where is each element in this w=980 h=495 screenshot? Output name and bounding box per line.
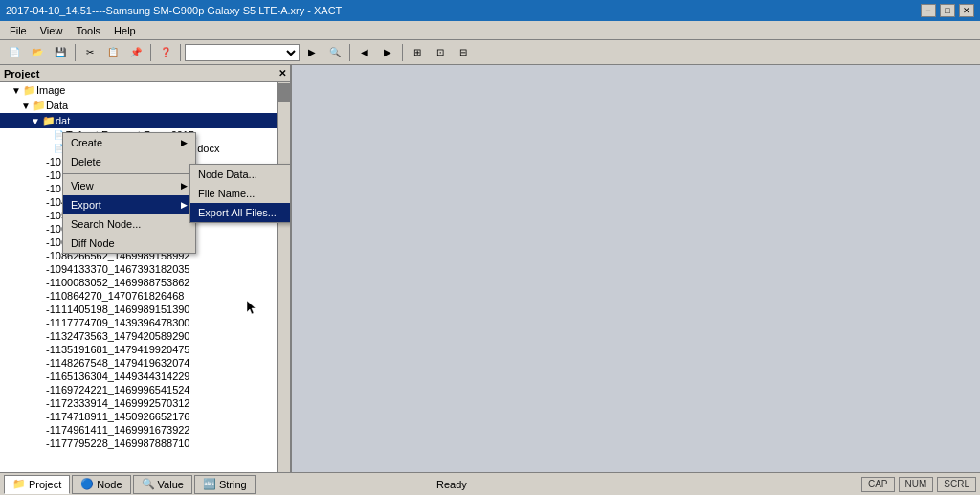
panel-header: Project ✕ [0, 65, 290, 82]
tree-item-data[interactable]: ▼ 📁 Data [0, 98, 290, 113]
tab-project-label: Project [29, 479, 61, 490]
ctx-file-name[interactable]: File Name... [190, 184, 290, 203]
left-panel: Project ✕ ▼ 📁 Image ▼ 📁 Data ▼ 📁 dat [0, 65, 292, 472]
node-item-15[interactable]: -1135191681_1479419920475 [0, 343, 290, 356]
toolbar-sep1 [75, 44, 76, 61]
ctx-node-data-label: Node Data... [198, 169, 257, 180]
ctx-export-label: Export [71, 199, 101, 211]
expand-icon-data: ▼ [21, 101, 31, 111]
ctx-diff-label: Diff Node [71, 237, 115, 249]
toolbar-nav1[interactable]: ◀ [354, 43, 375, 62]
tree-item-image[interactable]: ▼ 📁 Image [0, 82, 290, 98]
toolbar-search[interactable]: 🔍 [324, 43, 345, 62]
tab-string[interactable]: 🔤 String [194, 475, 256, 494]
node-item-9[interactable]: -1094133370_1467393182035 [0, 262, 290, 276]
toolbar-extra2[interactable]: ⊡ [430, 43, 451, 62]
tab-value[interactable]: 🔍 Value [133, 475, 192, 494]
toolbar-sep3 [180, 44, 181, 61]
tree-label-data: Data [46, 100, 68, 111]
status-bar: 📁 Project 🔵 Node 🔍 Value 🔤 String Ready … [0, 472, 980, 495]
panel-close[interactable]: ✕ [278, 68, 286, 79]
folder-icon: 📁 [23, 84, 36, 97]
toolbar-cut[interactable]: ✂ [79, 43, 100, 62]
tree-item-dat[interactable]: ▼ 📁 dat [0, 113, 290, 128]
toolbar-open[interactable]: 📂 [27, 43, 48, 62]
num-indicator: NUM [899, 477, 934, 492]
scrl-indicator: SCRL [937, 477, 976, 492]
tab-bar: 📁 Project 🔵 Node 🔍 Value 🔤 String [4, 475, 429, 494]
ctx-diff-node[interactable]: Diff Node [63, 234, 195, 253]
maximize-button[interactable]: □ [940, 4, 955, 17]
ctx-delete[interactable]: Delete [63, 152, 195, 171]
tab-string-icon: 🔤 [203, 478, 216, 490]
folder-icon-dat: 📁 [42, 115, 56, 127]
ctx-view[interactable]: View ▶ [63, 176, 195, 195]
node-item-21[interactable]: -1174961411_1469991673922 [0, 423, 290, 437]
minimize-button[interactable]: − [921, 4, 936, 17]
node-item-17[interactable]: -1165136304_1449344314229 [0, 370, 290, 383]
menu-bar: File View Tools Help [0, 21, 980, 40]
toolbar: 📄 📂 💾 ✂ 📋 📌 ❓ ▶ 🔍 ◀ ▶ ⊞ ⊡ ⊟ [0, 40, 980, 65]
ctx-delete-label: Delete [71, 156, 101, 168]
tab-project[interactable]: 📁 Project [4, 475, 70, 494]
ctx-export-all[interactable]: Export All Files... [190, 203, 290, 222]
tab-project-icon: 📁 [12, 478, 26, 490]
vertical-scrollbar[interactable] [277, 82, 290, 472]
menu-help[interactable]: Help [108, 24, 142, 37]
toolbar-copy[interactable]: 📋 [102, 43, 123, 62]
toolbar-go[interactable]: ▶ [301, 43, 323, 62]
toolbar-save[interactable]: 💾 [50, 43, 71, 62]
tab-node[interactable]: 🔵 Node [72, 475, 130, 494]
status-right: CAP NUM SCRL [861, 477, 976, 492]
close-button[interactable]: ✕ [959, 4, 974, 17]
ctx-file-name-label: File Name... [198, 188, 255, 199]
node-item-22[interactable]: -1177795228_1469987888710 [0, 437, 290, 450]
node-item-16[interactable]: -1148267548_1479419632074 [0, 356, 290, 370]
cap-indicator: CAP [861, 477, 895, 492]
toolbar-sep2 [150, 44, 151, 61]
node-item-14[interactable]: -1132473563_1479420589290 [0, 329, 290, 343]
toolbar-sep4 [349, 44, 350, 61]
toolbar-new[interactable]: 📄 [4, 43, 25, 62]
menu-tools[interactable]: Tools [70, 24, 106, 37]
ctx-view-label: View [71, 180, 94, 191]
ctx-create[interactable]: Create ▶ [63, 133, 195, 152]
tree-area[interactable]: ▼ 📁 Image ▼ 📁 Data ▼ 📁 dat 📄 Tuf...nt Re… [0, 82, 290, 472]
ctx-search-node[interactable]: Search Node... [63, 214, 195, 234]
expand-icon-dat: ▼ [31, 116, 40, 126]
title-bar: 2017-04-10_14.51----Samsung SM-G900p Gal… [0, 0, 980, 21]
tab-node-icon: 🔵 [80, 478, 94, 490]
ctx-create-arrow: ▶ [181, 138, 188, 147]
toolbar-help[interactable]: ❓ [155, 43, 176, 62]
node-item-13[interactable]: -1117774709_1439396478300 [0, 316, 290, 329]
folder-icon-data: 📁 [33, 100, 46, 112]
window-title: 2017-04-10_14.51----Samsung SM-G900p Gal… [6, 5, 342, 16]
toolbar-nav2[interactable]: ▶ [377, 43, 398, 62]
status-text: Ready [429, 479, 861, 490]
right-panel [292, 65, 980, 472]
toolbar-paste[interactable]: 📌 [125, 43, 146, 62]
node-item-18[interactable]: -1169724221_1469996541524 [0, 383, 290, 396]
node-item-12[interactable]: -1111405198_1469989151390 [0, 303, 290, 316]
ctx-export-all-label: Export All Files... [198, 207, 277, 218]
toolbar-extra1[interactable]: ⊞ [407, 43, 428, 62]
tab-value-icon: 🔍 [142, 478, 155, 490]
node-item-19[interactable]: -1172333914_1469992570312 [0, 396, 290, 410]
ctx-sep1 [63, 173, 195, 174]
ctx-view-arrow: ▶ [181, 181, 188, 191]
node-item-20[interactable]: -1174718911_1450926652176 [0, 410, 290, 423]
context-menu: Create ▶ Delete View ▶ Export ▶ Search N… [62, 132, 196, 254]
title-controls: − □ ✕ [921, 4, 974, 17]
ctx-export[interactable]: Export ▶ [63, 195, 195, 214]
ctx-create-label: Create [71, 137, 102, 148]
node-item-11[interactable]: -110864270_1470761826468 [0, 289, 290, 303]
expand-icon: ▼ [11, 85, 21, 96]
ctx-search-label: Search Node... [71, 218, 141, 230]
toolbar-combo[interactable] [185, 44, 300, 61]
export-submenu: Node Data... File Name... Export All Fil… [189, 164, 290, 223]
menu-file[interactable]: File [4, 24, 33, 37]
menu-view[interactable]: View [34, 24, 69, 37]
toolbar-extra3[interactable]: ⊟ [453, 43, 474, 62]
ctx-node-data[interactable]: Node Data... [190, 165, 290, 184]
node-item-10[interactable]: -1100083052_1469988753862 [0, 276, 290, 289]
